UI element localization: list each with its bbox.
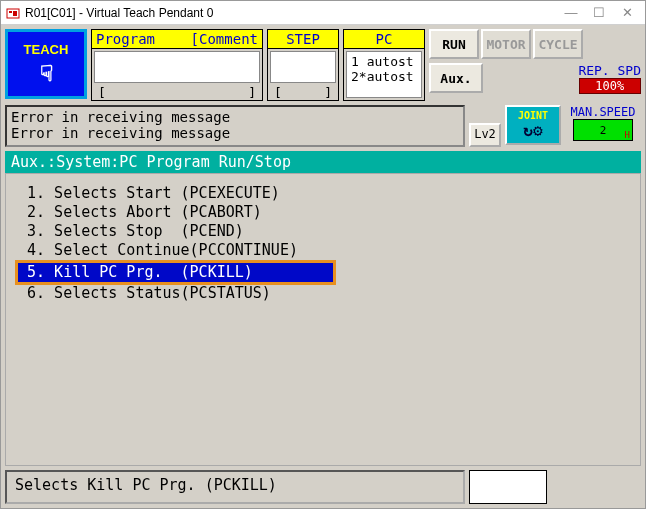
menu-list: 1. Selects Start (PCEXECUTE) 2. Selects … xyxy=(5,173,641,466)
menu-item[interactable]: 6. Selects Status(PCSTATUS) xyxy=(18,284,628,303)
step-header: STEP xyxy=(286,31,320,47)
teach-label: TEACH xyxy=(24,42,69,57)
pc-header: PC xyxy=(376,31,393,47)
run-button[interactable]: RUN xyxy=(429,29,479,59)
svg-rect-2 xyxy=(13,11,17,16)
menu-item[interactable]: 4. Select Continue(PCCONTINUE) xyxy=(18,241,628,260)
program-body[interactable] xyxy=(94,51,260,83)
app-icon xyxy=(5,5,21,21)
status-text: Selects Kill PC Prg. (PCKILL) xyxy=(5,470,465,504)
man-speed-h: H xyxy=(625,130,630,140)
hand-icon: ☟ xyxy=(40,61,53,87)
svg-rect-1 xyxy=(9,11,12,13)
window-controls: — ☐ ✕ xyxy=(557,3,641,23)
pc-body[interactable]: 1 autost 2*autost xyxy=(346,51,422,98)
error-line-2: Error in receiving message xyxy=(11,125,459,141)
step-panel: STEP [ ] xyxy=(267,29,339,101)
rep-spd-label: REP. SPD xyxy=(578,63,641,78)
menu-item[interactable]: 3. Selects Stop (PCEND) xyxy=(18,222,628,241)
aux-button[interactable]: Aux. xyxy=(429,63,483,93)
rep-spd-value[interactable]: 100% xyxy=(579,78,641,94)
menu-item-highlight: 5. Kill PC Prg. (PCKILL) xyxy=(15,260,336,285)
minimize-button[interactable]: — xyxy=(557,3,585,23)
step-body[interactable] xyxy=(270,51,336,83)
program-header-right: [Comment xyxy=(191,31,258,47)
pc-line1: 1 autost xyxy=(351,54,417,69)
man-speed-value[interactable]: 2 H xyxy=(573,119,633,141)
step-footer-left: [ xyxy=(274,85,282,100)
titlebar: R01[C01] - Virtual Teach Pendant 0 — ☐ ✕ xyxy=(1,1,645,25)
menu-item[interactable]: 1. Selects Start (PCEXECUTE) xyxy=(18,184,628,203)
pc-line2: 2*autost xyxy=(351,69,417,84)
error-line-1: Error in receiving message xyxy=(11,109,459,125)
pc-panel: PC 1 autost 2*autost xyxy=(343,29,425,101)
input-box[interactable] xyxy=(469,470,547,504)
program-footer-left: [ xyxy=(98,85,106,100)
joint-button[interactable]: JOINT ↻⚙ xyxy=(505,105,561,145)
program-footer-right: ] xyxy=(248,85,256,100)
motor-button[interactable]: MOTOR xyxy=(481,29,531,59)
maximize-button[interactable]: ☐ xyxy=(585,3,613,23)
menu-item[interactable]: 2. Selects Abort (PCABORT) xyxy=(18,203,628,222)
menu-title: Aux.:System:PC Program Run/Stop xyxy=(5,151,641,173)
titlebar-title: R01[C01] - Virtual Teach Pendant 0 xyxy=(25,6,557,20)
man-speed-label: MAN.SPEED xyxy=(570,105,635,119)
app-window: R01[C01] - Virtual Teach Pendant 0 — ☐ ✕… xyxy=(0,0,646,509)
menu-item-selected[interactable]: 5. Kill PC Prg. (PCKILL) xyxy=(18,263,333,282)
program-panel: Program [Comment [ ] xyxy=(91,29,263,101)
robot-icon: ↻⚙ xyxy=(523,121,542,140)
program-header-left: Program xyxy=(96,31,191,47)
teach-button[interactable]: TEACH ☟ xyxy=(5,29,87,99)
close-button[interactable]: ✕ xyxy=(613,3,641,23)
joint-label: JOINT xyxy=(518,110,548,121)
step-footer-right: ] xyxy=(324,85,332,100)
cycle-button[interactable]: CYCLE xyxy=(533,29,583,59)
error-log: Error in receiving message Error in rece… xyxy=(5,105,465,147)
level-button[interactable]: Lv2 xyxy=(469,123,501,147)
